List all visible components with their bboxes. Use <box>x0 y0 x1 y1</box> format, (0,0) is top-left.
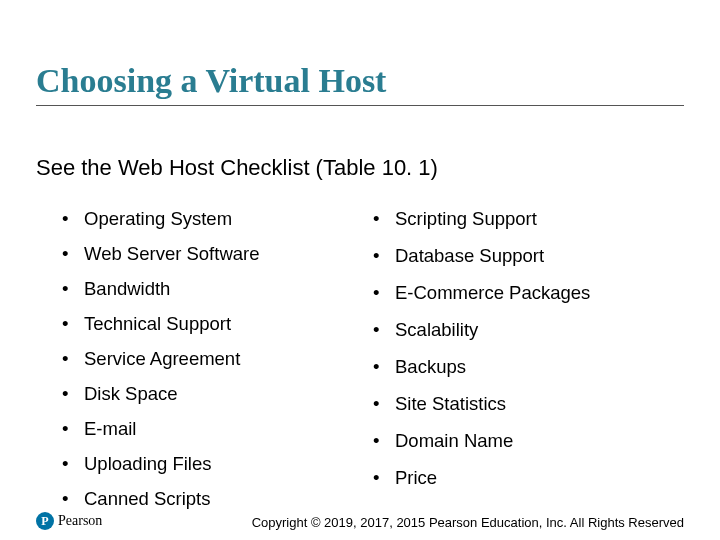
list-item: Technical Support <box>62 315 373 350</box>
right-column: Scripting Support Database Support E-Com… <box>373 210 684 525</box>
list-item: E-mail <box>62 420 373 455</box>
list-item: Backups <box>373 358 684 395</box>
logo-text: Pearson <box>58 513 102 529</box>
list-item: Scalability <box>373 321 684 358</box>
list-item: Uploading Files <box>62 455 373 490</box>
slide-title: Choosing a Virtual Host <box>36 62 386 100</box>
list-item: E-Commerce Packages <box>373 284 684 321</box>
slide: Choosing a Virtual Host See the Web Host… <box>0 0 720 540</box>
list-item: Service Agreement <box>62 350 373 385</box>
left-column: Operating System Web Server Software Ban… <box>62 210 373 525</box>
list-item: Bandwidth <box>62 280 373 315</box>
list-item: Price <box>373 469 684 506</box>
list-item: Web Server Software <box>62 245 373 280</box>
list-item: Disk Space <box>62 385 373 420</box>
publisher-logo: P Pearson <box>36 512 102 530</box>
list-item: Operating System <box>62 210 373 245</box>
copyright-footer: Copyright © 2019, 2017, 2015 Pearson Edu… <box>252 515 684 530</box>
list-item: Database Support <box>373 247 684 284</box>
content-columns: Operating System Web Server Software Ban… <box>62 210 684 525</box>
list-item: Site Statistics <box>373 395 684 432</box>
title-underline <box>36 105 684 106</box>
slide-subtitle: See the Web Host Checklist (Table 10. 1) <box>36 155 438 181</box>
list-item: Domain Name <box>373 432 684 469</box>
logo-icon: P <box>36 512 54 530</box>
list-item: Scripting Support <box>373 210 684 247</box>
